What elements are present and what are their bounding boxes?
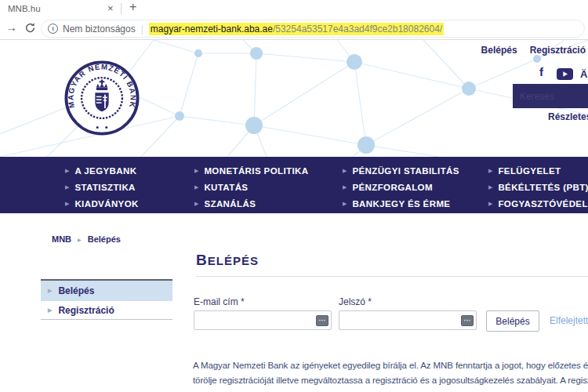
- sidebar-item-label: Regisztráció: [58, 305, 114, 316]
- password-field[interactable]: [339, 310, 477, 330]
- body-text-line: A Magyar Nemzeti Bank az igényeket egyed…: [193, 361, 588, 370]
- breadcrumb-root[interactable]: MNB: [52, 234, 71, 244]
- autofill-icon[interactable]: ···: [316, 315, 328, 326]
- email-field[interactable]: [194, 310, 332, 330]
- title-divider: [196, 276, 588, 277]
- forgot-password-link[interactable]: Elfelejtette: [550, 315, 588, 326]
- divider: [0, 214, 588, 215]
- content-area: MNB ▶ Belépés Belépés ▶ Belépés ▶ Regisz…: [0, 0, 588, 392]
- sidebar-item-label: Belépés: [58, 285, 94, 296]
- sidebar-item-belepes[interactable]: ▶ Belépés: [41, 281, 172, 301]
- login-button[interactable]: Belépés: [486, 310, 539, 332]
- sidebar: ▶ Belépés ▶ Regisztráció: [41, 279, 172, 320]
- autofill-icon[interactable]: ···: [461, 315, 474, 326]
- breadcrumb: MNB ▶ Belépés: [52, 234, 121, 244]
- sidebar-arrow-icon: ▶: [48, 288, 52, 294]
- sidebar-item-regisztracio[interactable]: ▶ Regisztráció: [41, 301, 172, 320]
- password-label: Jelszó *: [339, 296, 372, 307]
- breadcrumb-current: Belépés: [88, 234, 121, 244]
- sidebar-arrow-icon: ▶: [48, 307, 52, 314]
- body-text-line: törölje regisztrációját illetve megválto…: [193, 376, 588, 385]
- email-label: E-mail cím *: [194, 296, 245, 307]
- breadcrumb-arrow-icon: ▶: [78, 237, 82, 242]
- page-title: Belépés: [196, 252, 259, 269]
